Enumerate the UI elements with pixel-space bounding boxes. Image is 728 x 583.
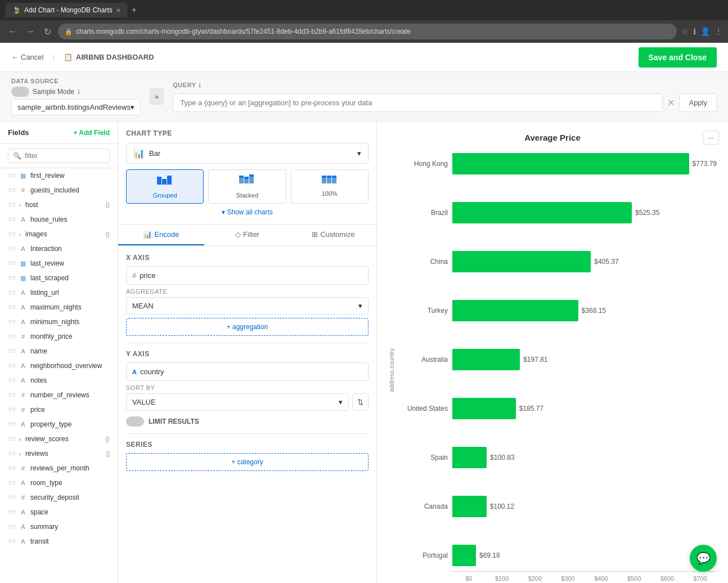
aggregate-chevron-icon: ▾ [358,302,362,310]
field-item-reviews[interactable]: ⠿⠿ ▸ reviews [] [0,446,118,461]
drag-handle-icon: ⠿⠿ [8,524,16,530]
add-series-button[interactable]: + category [126,453,369,471]
field-type-date-icon: ▦ [19,260,27,267]
apply-button[interactable]: Apply [679,93,717,112]
back-button[interactable]: ← [6,24,19,39]
save-close-button[interactable]: Save and Close [639,47,717,68]
bar-country-label: Hong Kong [397,160,448,168]
svg-rect-8 [249,174,254,177]
sort-dropdown[interactable]: VALUE ▾ [126,393,349,411]
sample-mode-switch[interactable] [11,87,29,97]
drag-handle-icon: ⠿⠿ [8,173,16,179]
axis-divider [126,343,369,343]
variant-stacked-button[interactable]: Stacked [208,169,286,204]
field-item-reviews_per_month[interactable]: ⠿⠿ # reviews_per_month [0,461,118,476]
series-divider [126,433,369,434]
chart-options-button[interactable]: ··· [703,131,719,145]
field-item-interaction[interactable]: ⠿⠿ A Interaction [0,241,118,256]
profile-icon[interactable]: 👤 [700,27,710,36]
field-type-string-icon: A [19,216,27,223]
dashboard-icon: 📋 [64,53,73,61]
tab-close-icon[interactable]: ✕ [116,7,120,14]
field-item-neighborhood_overview[interactable]: ⠿⠿ A neighborhood_overview [0,358,118,373]
bar-wrapper: $773.79 [452,153,717,174]
field-item-house_rules[interactable]: ⠿⠿ A house_rules [0,212,118,227]
field-item-last_review[interactable]: ⠿⠿ ▦ last_review [0,256,118,271]
aggregate-dropdown[interactable]: MEAN ▾ [126,297,369,315]
field-item-guests_included[interactable]: ⠿⠿ # guests_included [0,183,118,198]
limit-results-switch[interactable] [126,416,144,427]
field-item-last_scraped[interactable]: ⠿⠿ ▦ last_scraped [0,271,118,285]
field-item-monthly_price[interactable]: ⠿⠿ # monthly_price [0,329,118,344]
field-item-review_scores[interactable]: ⠿⠿ ▸ review_scores {} [0,432,118,446]
sort-row: VALUE ▾ ⇅ [126,393,369,411]
tab-encode[interactable]: 📊 Encode [118,225,204,245]
add-aggregation-button[interactable]: + aggregation [126,318,369,336]
field-item-property_type[interactable]: ⠿⠿ A property_type [0,417,118,432]
extensions-icon[interactable]: ℹ [693,27,696,36]
field-item-minimum_nights[interactable]: ⠿⠿ A minimum_nights [0,315,118,329]
field-item-first_review[interactable]: ⠿⠿ ▦ first_review [0,168,118,183]
query-bar: Data Source Sample Mode ℹ sample_airbnb.… [0,72,728,122]
tab-customize[interactable]: ⊞ Customize [290,225,376,245]
drag-handle-icon: ⠿⠿ [8,319,16,325]
field-type-date-icon: ▦ [19,172,27,180]
field-type-string-icon: A [19,421,27,428]
sample-mode-info-icon[interactable]: ℹ [78,88,80,96]
variant-100percent-button[interactable]: 100% [291,169,369,204]
sort-direction-button[interactable]: ⇅ [352,393,369,411]
tab-filter[interactable]: ◇ Filter [204,225,290,245]
field-item-notes[interactable]: ⠿⠿ A notes [0,373,118,388]
field-item-room_type[interactable]: ⠿⠿ A room_type [0,476,118,490]
fields-search-container: 🔍 [0,144,118,168]
browser-tab[interactable]: 🍃 Add Chart - MongoDB Charts ✕ [6,3,127,17]
drag-handle-icon: ⠿⠿ [8,246,16,252]
field-item-summary[interactable]: ⠿⠿ A summary [0,519,118,534]
svg-rect-5 [244,179,249,183]
drag-handle-icon: ⠿⠿ [8,304,16,311]
field-item-number_of_reviews[interactable]: ⠿⠿ # number_of_reviews [0,388,118,402]
chart-bar-row: Australia$197.81 [397,344,717,375]
query-clear-icon[interactable]: ✕ [667,97,675,108]
pipeline-arrow-button[interactable]: » [150,88,164,105]
field-item-maximum_nights[interactable]: ⠿⠿ A maximum_nights [0,300,118,315]
reload-button[interactable]: ↻ [42,24,53,39]
new-tab-button[interactable]: + [132,5,137,15]
query-input[interactable] [173,93,663,112]
chat-bubble-button[interactable]: 💬 [690,545,717,572]
menu-icon[interactable]: ⋮ [714,27,722,36]
forward-button[interactable]: → [24,24,37,39]
field-type-string-icon: A [19,479,27,486]
x-tick: $200 [519,575,552,582]
bookmark-icon[interactable]: ☆ [681,27,689,36]
show-all-charts-link[interactable]: ▾ Show all charts [126,208,369,216]
chart-variants: Grouped Stacked [126,169,369,204]
add-field-button[interactable]: + Add Field [73,129,110,137]
chart-bar-row: Spain$100.83 [397,442,717,473]
chart-type-dropdown[interactable]: 📊 Bar ▾ [126,143,369,164]
fields-search-input[interactable] [25,152,109,160]
customize-tab-icon: ⊞ [312,230,318,239]
fields-panel: Fields + Add Field 🔍 ⠿⠿ ▦ first_review ⠿… [0,122,118,583]
svg-rect-12 [327,176,331,178]
query-info-icon[interactable]: ℹ [199,82,201,89]
field-item-price[interactable]: ⠿⠿ # price [0,402,118,417]
bar-value-label: $100.12 [490,503,514,510]
field-item-security_deposit[interactable]: ⠿⠿ # security_deposit [0,490,118,505]
datasource-section: Data Source Sample Mode ℹ sample_airbnb.… [11,78,141,115]
variant-grouped-button[interactable]: Grouped [126,169,204,204]
field-type-string-icon: A [19,509,27,515]
x-tick: $100 [486,575,519,582]
chart-bar-row: Portugal$69.18 [397,540,717,571]
field-item-name[interactable]: ⠿⠿ A name [0,344,118,358]
field-item-images[interactable]: ⠿⠿ ▸ images {} [0,227,118,241]
cancel-button[interactable]: ← Cancel [11,53,43,61]
datasource-dropdown[interactable]: sample_airbnb.listingsAndReviews ▾ [11,99,141,115]
chart-type-section: Chart Type 📊 Bar ▾ Grouped [118,122,376,225]
field-item-host[interactable]: ⠿⠿ ▸ host {} [0,198,118,212]
field-item-listing_url[interactable]: ⠿⠿ A listing_url [0,285,118,300]
field-item-space[interactable]: ⠿⠿ A space [0,505,118,519]
field-item-transit[interactable]: ⠿⠿ A transit [0,534,118,549]
address-bar[interactable]: 🔒 charts.mongodb.com/charts-mongodb-gtyw… [58,24,677,39]
config-tabs: 📊 Encode ◇ Filter ⊞ Customize [118,225,376,246]
